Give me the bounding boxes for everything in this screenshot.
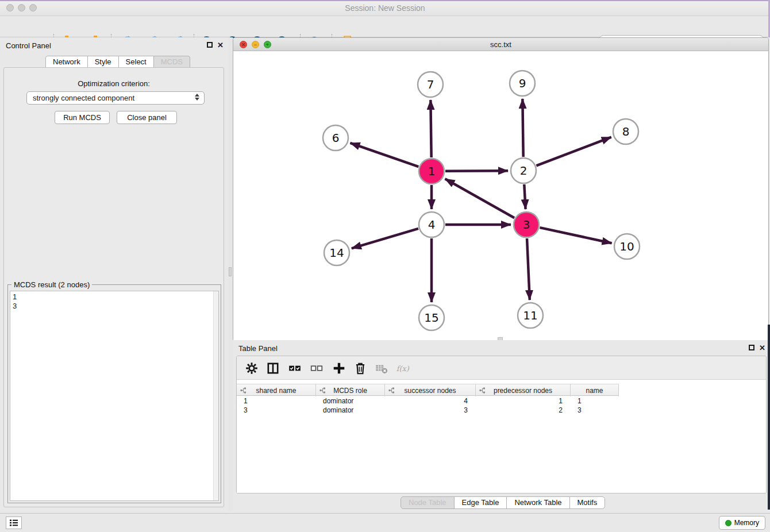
cell-mcds-role: dominator bbox=[316, 406, 385, 415]
cell-predecessor-nodes: 1 bbox=[476, 396, 571, 406]
delete-table-button[interactable] bbox=[375, 361, 388, 375]
table-row[interactable]: 1 dominator 4 1 1 bbox=[237, 396, 766, 406]
list-icon bbox=[9, 519, 18, 527]
tab-select[interactable]: Select bbox=[118, 56, 154, 68]
application-window: Session: New Session bbox=[0, 0, 770, 532]
optimization-criterion-value: strongly connected component bbox=[33, 94, 134, 102]
cell-name: 3 bbox=[571, 406, 619, 415]
column-header-mcds-role[interactable]: MCDS role bbox=[316, 384, 385, 396]
mcds-result-list[interactable]: 1 3 bbox=[10, 291, 219, 501]
mcds-result-line: 3 bbox=[13, 302, 216, 311]
column-label: name bbox=[586, 387, 603, 395]
tab-edge-table[interactable]: Edge Table bbox=[454, 496, 507, 509]
add-row-button[interactable] bbox=[332, 361, 346, 375]
graph-edge-2-9[interactable] bbox=[522, 99, 523, 157]
tab-network-table[interactable]: Network Table bbox=[506, 496, 569, 509]
graph-node-label-15: 15 bbox=[424, 311, 438, 325]
column-header-shared-name[interactable]: shared name bbox=[237, 384, 316, 396]
trash-icon bbox=[353, 361, 367, 375]
network-view-window: ✕ − + scc.txt 1234678910111415 bbox=[233, 37, 769, 340]
column-label: shared name bbox=[256, 387, 296, 395]
graph-edge-1-7[interactable] bbox=[430, 100, 431, 157]
gear-icon bbox=[245, 361, 259, 375]
function-builder-button[interactable]: f(x) bbox=[396, 361, 414, 375]
deselect-all-rows-button[interactable] bbox=[310, 361, 324, 375]
graph-node-label-6: 6 bbox=[332, 131, 340, 145]
table-settings-button[interactable] bbox=[245, 361, 259, 375]
column-label: successor nodes bbox=[404, 387, 456, 395]
graph-node-label-7: 7 bbox=[427, 78, 434, 91]
column-header-successor-nodes[interactable]: successor nodes bbox=[385, 384, 476, 396]
table-header-row: shared name MCDS role bbox=[237, 384, 619, 396]
tab-network[interactable]: Network bbox=[45, 56, 88, 68]
graph-node-label-11: 11 bbox=[523, 309, 537, 322]
network-window-titlebar: ✕ − + scc.txt bbox=[233, 38, 768, 51]
tab-mcds[interactable]: MCDS bbox=[153, 56, 190, 68]
delete-table-icon bbox=[375, 361, 388, 375]
float-table-panel-icon[interactable] bbox=[749, 345, 754, 350]
show-task-history-button[interactable] bbox=[6, 516, 22, 529]
delete-row-button[interactable] bbox=[353, 361, 367, 375]
graph-edge-3-11[interactable] bbox=[527, 238, 530, 300]
table-row[interactable]: 3 dominator 3 2 3 bbox=[237, 406, 766, 415]
hierarchy-icon bbox=[319, 387, 326, 394]
select-stepper-icon bbox=[195, 94, 199, 101]
hierarchy-icon bbox=[388, 387, 395, 394]
cell-shared-name: 1 bbox=[237, 396, 316, 406]
memory-label: Memory bbox=[734, 519, 759, 527]
deselect-all-icon bbox=[310, 361, 324, 375]
mcds-result-group: MCDS result (2 nodes) 1 3 bbox=[7, 284, 221, 503]
graph-node-label-10: 10 bbox=[619, 240, 634, 253]
cell-mcds-role: dominator bbox=[316, 396, 385, 406]
memory-button[interactable]: Memory bbox=[719, 516, 765, 530]
graph-node-label-8: 8 bbox=[622, 125, 630, 138]
table-panel-tabs: Node Table Edge Table Network Table Moti… bbox=[401, 496, 605, 509]
splitter-grip[interactable] bbox=[229, 267, 232, 276]
table-toolbar: f(x) bbox=[237, 356, 766, 380]
run-mcds-button[interactable]: Run MCDS bbox=[55, 111, 110, 124]
column-header-name[interactable]: name bbox=[571, 384, 619, 396]
select-all-rows-button[interactable] bbox=[288, 361, 302, 375]
table-panel-header: Table Panel ✕ bbox=[233, 340, 770, 356]
graph-edge-2-3[interactable] bbox=[524, 184, 525, 209]
window-edge-right-dark bbox=[768, 325, 770, 510]
control-panel-header: Control Panel ✕ bbox=[0, 37, 228, 53]
panel-splitter[interactable] bbox=[228, 37, 233, 511]
close-panel-button[interactable]: Close panel bbox=[117, 111, 177, 124]
graph-edge-1-2[interactable] bbox=[445, 171, 508, 171]
hierarchy-icon bbox=[479, 387, 486, 394]
network-canvas[interactable]: 1234678910111415 bbox=[233, 51, 768, 340]
graph-edge-2-8[interactable] bbox=[536, 137, 611, 166]
table-body: 1 dominator 4 1 1 3 dominator 3 2 3 bbox=[237, 396, 766, 493]
result-scrollbar[interactable] bbox=[213, 291, 218, 500]
cell-shared-name: 3 bbox=[237, 406, 316, 415]
window-title: Session: New Session bbox=[0, 3, 770, 13]
network-title: scc.txt bbox=[233, 40, 768, 49]
graph-node-label-4: 4 bbox=[428, 218, 436, 232]
graph-edge-4-14[interactable] bbox=[352, 229, 418, 248]
column-label: predecessor nodes bbox=[494, 387, 552, 395]
graph-edge-1-6[interactable] bbox=[351, 143, 419, 167]
float-panel-icon[interactable] bbox=[207, 42, 213, 48]
plus-icon bbox=[332, 361, 346, 375]
node-table-container: f(x) shared name bbox=[236, 356, 767, 494]
tab-style[interactable]: Style bbox=[87, 56, 119, 68]
table-panel: Table Panel ✕ bbox=[233, 340, 770, 513]
close-table-panel-icon[interactable]: ✕ bbox=[759, 345, 765, 352]
close-panel-icon[interactable]: ✕ bbox=[217, 42, 224, 49]
tab-node-table[interactable]: Node Table bbox=[401, 496, 455, 509]
control-panel-tabs: Network Style Select MCDS bbox=[45, 56, 190, 68]
cell-predecessor-nodes: 2 bbox=[476, 406, 571, 415]
graph-edge-3-1[interactable] bbox=[445, 179, 515, 218]
main-toolbar bbox=[0, 16, 770, 37]
column-header-predecessor-nodes[interactable]: predecessor nodes bbox=[476, 384, 571, 396]
tab-motifs[interactable]: Motifs bbox=[569, 496, 606, 509]
mcds-panel: Optimization criterion: strongly connect… bbox=[3, 67, 224, 507]
graph-edge-3-10[interactable] bbox=[540, 228, 611, 243]
network-graph: 1234678910111415 bbox=[233, 51, 768, 340]
cell-successor-nodes: 4 bbox=[385, 396, 476, 406]
mcds-result-title: MCDS result (2 nodes) bbox=[11, 280, 92, 289]
optimization-criterion-select[interactable]: strongly connected component bbox=[26, 91, 205, 105]
window-edge-top bbox=[0, 0, 770, 1]
show-columns-button[interactable] bbox=[266, 361, 280, 375]
